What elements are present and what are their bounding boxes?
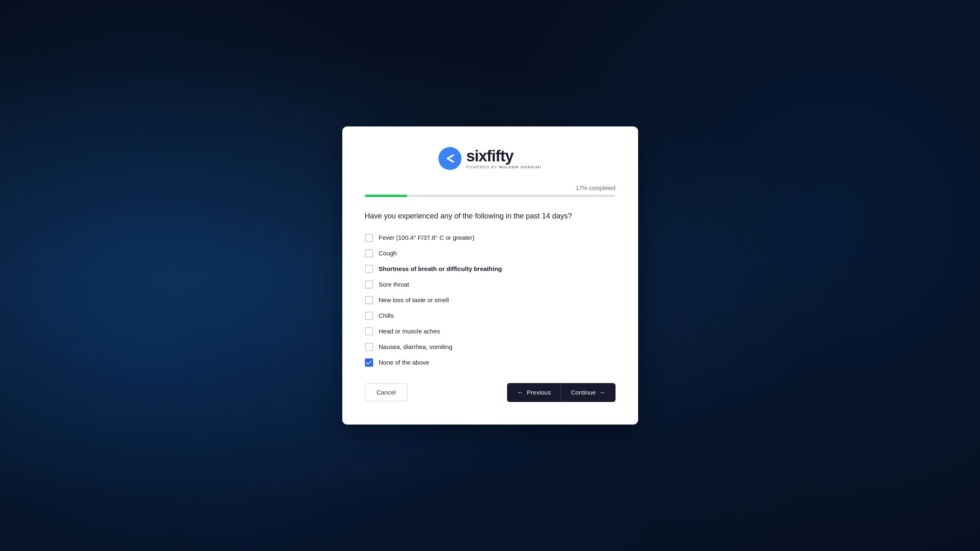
checkbox-label-none: None of the above — [379, 359, 429, 366]
checkbox-label-sore-throat: Sore throat — [379, 281, 409, 288]
arrow-right-icon — [599, 389, 606, 396]
list-item[interactable]: Fever (100.4° F/37.8° C or greater) — [365, 234, 616, 242]
cancel-button[interactable]: Cancel — [365, 383, 408, 401]
checkbox-label-fever: Fever (100.4° F/37.8° C or greater) — [379, 234, 475, 241]
progress-bar-track — [365, 195, 616, 197]
checkbox-none[interactable] — [365, 358, 373, 367]
checkbox-label-shortness: Shortness of breath or difficulty breath… — [379, 265, 502, 272]
list-item[interactable]: Head or muscle aches — [365, 327, 616, 335]
checkbox-list: Fever (100.4° F/37.8° C or greater) Coug… — [365, 234, 616, 367]
nav-button-group: Previous Continue — [507, 383, 615, 402]
list-item[interactable]: Sore throat — [365, 280, 616, 289]
checkbox-chills[interactable] — [365, 312, 373, 320]
previous-button[interactable]: Previous — [507, 383, 561, 402]
checkbox-shortness[interactable] — [365, 265, 373, 273]
logo-brand-text: sixfifty — [466, 148, 513, 164]
logo-text-container: sixfifty POWERED BY WILSON SONSINI — [466, 148, 542, 169]
checkbox-taste-smell[interactable] — [365, 296, 373, 304]
question-text: Have you experienced any of the followin… — [365, 210, 616, 222]
checkbox-label-taste-smell: New loss of taste or smell — [379, 296, 449, 303]
continue-button[interactable]: Continue — [561, 383, 615, 402]
checkbox-head-muscle[interactable] — [365, 327, 373, 335]
buttons-row: Cancel Previous Continue — [365, 383, 616, 402]
list-item[interactable]: Shortness of breath or difficulty breath… — [365, 265, 616, 273]
list-item[interactable]: None of the above — [365, 358, 616, 367]
list-item[interactable]: Chills — [365, 312, 616, 320]
logo-area: sixfifty POWERED BY WILSON SONSINI — [365, 147, 616, 170]
logo-powered-text: POWERED BY WILSON SONSINI — [466, 165, 542, 169]
checkbox-sore-throat[interactable] — [365, 280, 373, 289]
list-item[interactable]: New loss of taste or smell — [365, 296, 616, 304]
progress-section: 17% completed — [365, 185, 616, 197]
checkbox-cough[interactable] — [365, 249, 373, 257]
progress-bar-fill — [365, 195, 408, 197]
checkbox-fever[interactable] — [365, 234, 373, 242]
sixfifty-logo-icon — [438, 147, 461, 170]
list-item[interactable]: Cough — [365, 249, 616, 257]
modal-container: sixfifty POWERED BY WILSON SONSINI 17% c… — [342, 126, 638, 425]
checkbox-label-nausea: Nausea, diarrhea, vomiting — [379, 343, 452, 350]
checkbox-label-chills: Chills — [379, 312, 394, 319]
checkbox-nausea[interactable] — [365, 343, 373, 351]
progress-label: 17% completed — [365, 185, 616, 191]
list-item[interactable]: Nausea, diarrhea, vomiting — [365, 343, 616, 351]
arrow-left-icon — [517, 389, 523, 396]
checkbox-label-head-muscle: Head or muscle aches — [379, 328, 440, 335]
svg-point-0 — [438, 147, 461, 170]
logo-container: sixfifty POWERED BY WILSON SONSINI — [438, 147, 542, 170]
checkbox-label-cough: Cough — [379, 250, 397, 257]
